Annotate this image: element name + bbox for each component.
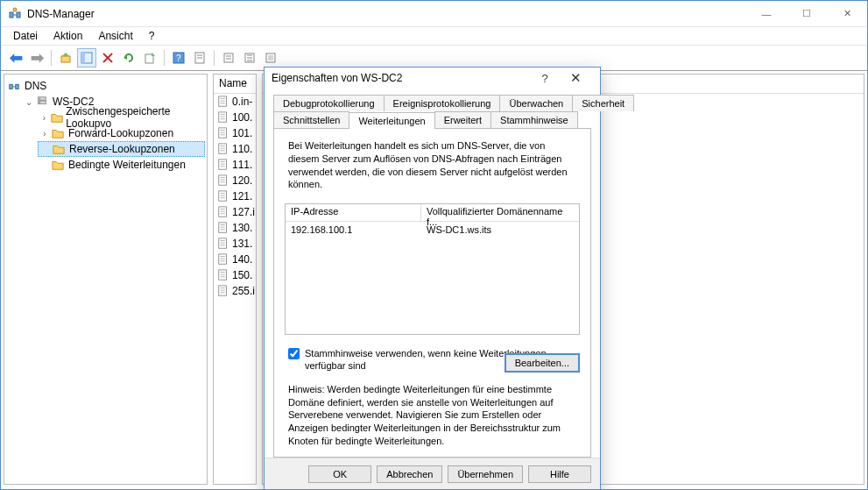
tab[interactable]: Ereignisprotokollierung: [384, 95, 501, 111]
svg-rect-27: [10, 84, 13, 89]
ok-button[interactable]: OK: [308, 465, 371, 483]
folder-icon: [51, 111, 63, 124]
tool-extra-2[interactable]: [240, 48, 259, 67]
col-fqdn[interactable]: Vollqualifizierter Domänenname f...: [421, 204, 579, 221]
zone-icon: [217, 285, 229, 297]
svg-marker-12: [152, 53, 155, 56]
tree-toggle-icon[interactable]: ›: [39, 113, 49, 123]
list-item[interactable]: 127.i: [214, 204, 256, 220]
svg-rect-4: [61, 56, 70, 62]
menubar: Datei Aktion Ansicht ?: [1, 27, 867, 45]
list-item-label: 110.: [232, 143, 252, 155]
tab[interactable]: Schnittstellen: [273, 111, 349, 128]
server-icon: [36, 96, 50, 108]
nav-forward-button[interactable]: ➡: [27, 48, 46, 67]
zone-icon: [217, 238, 229, 250]
svg-point-33: [39, 102, 41, 103]
properties-button[interactable]: [190, 48, 209, 67]
tool-extra-3[interactable]: [261, 48, 280, 67]
app-icon: [8, 7, 22, 21]
list-header-name[interactable]: Name: [214, 75, 256, 94]
list-item[interactable]: 0.in-: [214, 94, 256, 110]
tree-toggle-icon[interactable]: ⌄: [24, 97, 34, 107]
zone-icon: [217, 222, 229, 234]
window-title: DNS-Manager: [27, 8, 746, 20]
help-button[interactable]: Hilfe: [528, 465, 591, 483]
list-item[interactable]: 120.: [214, 173, 256, 188]
col-ip-address[interactable]: IP-Adresse: [286, 204, 421, 221]
svg-rect-28: [16, 84, 19, 89]
list-pane: Name 0.in-100.101.110.111.120.121.127.i1…: [213, 74, 257, 485]
list-item[interactable]: 131.: [214, 236, 256, 252]
list-item[interactable]: 111.: [214, 157, 256, 173]
zone-icon: [217, 174, 229, 187]
help-button[interactable]: ?: [169, 48, 188, 67]
list-item[interactable]: 100.: [214, 110, 256, 125]
delete-button[interactable]: [98, 48, 117, 67]
dialog-help-button[interactable]: ?: [532, 72, 558, 85]
svg-rect-26: [268, 55, 273, 60]
menu-help[interactable]: ?: [142, 29, 162, 43]
tree-folder-label: Reverse-Lookupzonen: [69, 143, 175, 155]
minimize-button[interactable]: —: [746, 1, 787, 26]
up-button[interactable]: [56, 48, 75, 67]
tree-folder[interactable]: Reverse-Lookupzonen: [38, 141, 205, 157]
show-hide-tree-button[interactable]: [77, 48, 96, 67]
tab[interactable]: Überwachen: [499, 95, 573, 111]
forwarder-row[interactable]: 192.168.100.1 WS-DC1.ws.its: [286, 222, 579, 238]
cancel-button[interactable]: Abbrechen: [377, 465, 442, 483]
forwarders-description: Bei Weiterleitungen handelt es sich um D…: [288, 139, 576, 191]
tree-root-label: DNS: [25, 80, 46, 92]
tab-panel-forwarders: Bei Weiterleitungen handelt es sich um D…: [273, 128, 591, 458]
tree-folder-label: Bedingte Weiterleitungen: [68, 159, 186, 171]
toolbar-separator: [51, 50, 52, 66]
folder-icon: [53, 143, 67, 155]
list-item[interactable]: 140.: [214, 252, 256, 267]
export-button[interactable]: [140, 48, 159, 67]
list-item-label: 255.i: [232, 285, 255, 297]
zone-icon: [217, 206, 229, 218]
tree-folder[interactable]: Bedingte Weiterleitungen: [38, 157, 205, 173]
list-item[interactable]: 130.: [214, 220, 256, 236]
svg-rect-0: [10, 12, 13, 18]
refresh-button[interactable]: [119, 48, 138, 67]
list-item[interactable]: 101.: [214, 125, 256, 141]
properties-dialog: Eigenschaften von WS-DC2 ? ✕ Debugprotok…: [264, 67, 601, 490]
forwarders-table: IP-Adresse Vollqualifizierter Domänennam…: [285, 203, 580, 335]
zone-icon: [217, 253, 229, 266]
dialog-close-button[interactable]: ✕: [558, 70, 593, 86]
tree-root-dns[interactable]: DNS: [6, 78, 205, 94]
tab[interactable]: Debugprotokollierung: [273, 95, 385, 111]
nav-back-button[interactable]: ⬅: [6, 48, 25, 67]
list-item-label: 111.: [232, 159, 252, 171]
list-item-label: 140.: [232, 253, 252, 266]
tab[interactable]: Weiterleitungen: [349, 112, 434, 129]
tree-folder[interactable]: ›Zwischengespeicherte Lookupvo: [38, 110, 205, 125]
tab[interactable]: Stammhinweise: [490, 111, 578, 128]
close-button[interactable]: ✕: [827, 1, 867, 26]
forwarders-hint: Hinweis: Werden bedingte Weiterleitungen…: [288, 383, 576, 448]
zone-icon: [217, 159, 229, 171]
dialog-titlebar: Eigenschaften von WS-DC2 ? ✕: [265, 67, 600, 89]
menu-view[interactable]: Ansicht: [91, 29, 139, 43]
folder-icon: [52, 159, 66, 171]
zone-icon: [217, 111, 229, 124]
edit-button[interactable]: Bearbeiten...: [505, 353, 580, 373]
tab[interactable]: Sicherheit: [572, 95, 634, 111]
dns-icon: [8, 80, 22, 92]
menu-action[interactable]: Aktion: [46, 29, 89, 43]
apply-button[interactable]: Übernehmen: [448, 465, 523, 483]
tree-toggle-icon[interactable]: ›: [39, 129, 50, 138]
tool-extra-1[interactable]: [219, 48, 238, 67]
menu-file[interactable]: Datei: [6, 29, 45, 43]
list-item[interactable]: 110.: [214, 141, 256, 157]
list-item[interactable]: 121.: [214, 188, 256, 204]
zone-icon: [217, 190, 229, 202]
list-item-label: 0.in-: [232, 96, 252, 108]
list-item[interactable]: 150.: [214, 267, 256, 283]
tab[interactable]: Erweitert: [434, 111, 491, 128]
use-root-hints-checkbox[interactable]: [288, 348, 300, 359]
maximize-button[interactable]: ☐: [787, 1, 827, 26]
zone-icon: [217, 269, 229, 281]
list-item[interactable]: 255.i: [214, 283, 256, 299]
